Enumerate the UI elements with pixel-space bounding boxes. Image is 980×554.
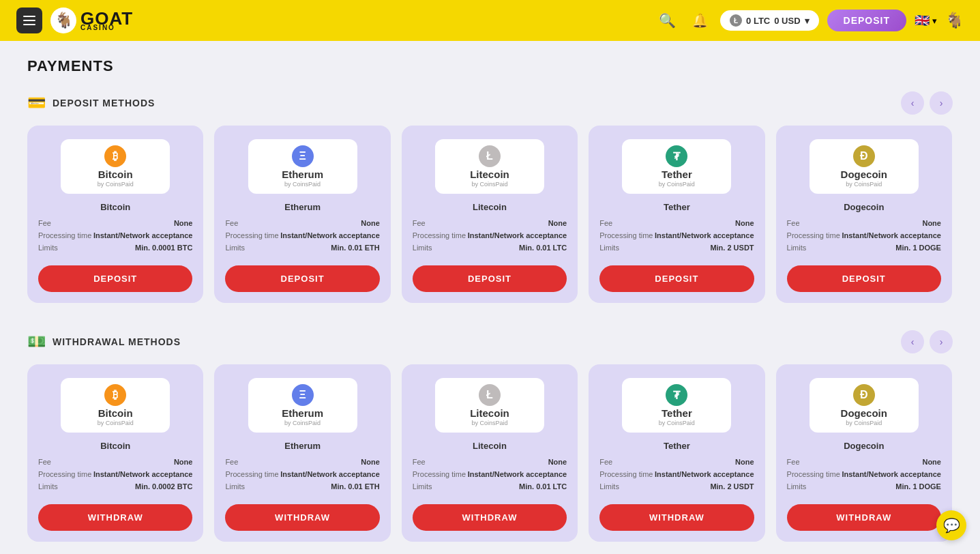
card-logo-wrap: Ξ Etherum by CoinsPaid: [248, 378, 357, 433]
processing-label: Processing time: [225, 470, 278, 478]
card-limits-row: Limits Min. 2 USDT: [599, 482, 754, 491]
card-logo-wrap: ₿ Bitcoin by CoinsPaid: [61, 378, 170, 433]
processing-label: Processing time: [38, 470, 91, 478]
support-button[interactable]: 💬: [936, 510, 966, 540]
withdrawal-section-header: 💵 WITHDRAWAL METHODS ‹ ›: [27, 330, 953, 353]
card-action-button[interactable]: WITHDRAW: [225, 504, 379, 531]
card-name: Etherum: [225, 441, 379, 451]
card-action-button[interactable]: WITHDRAW: [38, 504, 192, 531]
card-processing-row: Processing time Instant/Network acceptan…: [787, 470, 941, 478]
card-action-button[interactable]: DEPOSIT: [787, 265, 941, 292]
deposit-section: 💳 DEPOSIT METHODS ‹ › ₿ Bitcoin by Coins…: [27, 91, 953, 303]
limits-value: Min. 1 DOGE: [895, 482, 941, 491]
chevron-down-icon: ▾: [805, 16, 810, 26]
balance-button[interactable]: Ł 0 LTC 0 USD ▾: [720, 10, 818, 31]
card-action-button[interactable]: WITHDRAW: [787, 504, 941, 531]
deposit-prev-button[interactable]: ‹: [901, 91, 924, 115]
card-limits-row: Limits Min. 1 DOGE: [787, 244, 941, 252]
processing-value: Instant/Network acceptance: [842, 231, 941, 239]
deposit-next-button[interactable]: ›: [930, 91, 953, 115]
card-logo-inner: Ł Litecoin by CoinsPaid: [470, 145, 509, 188]
coinspaid-label: by CoinsPaid: [659, 420, 695, 426]
fee-label: Fee: [225, 219, 238, 227]
limits-label: Limits: [38, 244, 58, 252]
limits-label: Limits: [787, 482, 807, 491]
processing-value: Instant/Network acceptance: [468, 470, 567, 478]
withdrawal-next-button[interactable]: ›: [930, 330, 953, 353]
payment-card-litecoin-deposit: Ł Litecoin by CoinsPaid Litecoin Fee Non…: [402, 126, 578, 303]
limits-label: Limits: [225, 482, 245, 491]
fee-value: None: [174, 458, 193, 466]
card-limits-row: Limits Min. 0.01 LTC: [413, 244, 567, 252]
page-title: PAYMENTS: [27, 57, 953, 75]
coinspaid-label: by CoinsPaid: [284, 420, 321, 426]
coin-name-logo: Etherum: [282, 407, 323, 419]
card-fee-row: Fee None: [225, 458, 379, 466]
flag-icon: 🇬🇧: [915, 13, 930, 28]
card-action-button[interactable]: WITHDRAW: [413, 504, 567, 531]
coinspaid-label: by CoinsPaid: [846, 181, 882, 188]
limits-value: Min. 0.0002 BTC: [135, 482, 192, 491]
processing-label: Processing time: [413, 470, 466, 478]
avatar-button[interactable]: 🐐: [945, 12, 964, 29]
card-fee-row: Fee None: [413, 219, 567, 227]
language-button[interactable]: 🇬🇧 ▾: [915, 13, 937, 28]
card-logo-inner: Ł Litecoin by CoinsPaid: [470, 384, 509, 426]
header-deposit-button[interactable]: DEPOSIT: [827, 10, 906, 31]
coin-icon: ₿: [104, 145, 126, 167]
card-action-button[interactable]: DEPOSIT: [599, 265, 754, 292]
card-logo-inner: Ð Dogecoin by CoinsPaid: [841, 384, 887, 426]
withdrawal-section-icon: 💵: [27, 333, 46, 351]
avatar-icon: 🐐: [945, 12, 964, 29]
card-logo-wrap: ₮ Tether by CoinsPaid: [622, 378, 731, 433]
card-fee-row: Fee None: [787, 458, 941, 466]
coin-icon: Ð: [853, 384, 875, 406]
card-action-button[interactable]: DEPOSIT: [225, 265, 379, 292]
coin-icon: Ξ: [292, 384, 314, 406]
card-fee-row: Fee None: [787, 219, 941, 227]
processing-label: Processing time: [787, 231, 840, 239]
limits-label: Limits: [599, 482, 619, 491]
payment-card-ethereum-withdraw: Ξ Etherum by CoinsPaid Etherum Fee None …: [214, 364, 390, 542]
notifications-button[interactable]: 🔔: [687, 8, 712, 33]
processing-label: Processing time: [413, 231, 466, 239]
card-action-button[interactable]: WITHDRAW: [599, 504, 754, 531]
card-limits-row: Limits Min. 0.01 ETH: [225, 482, 379, 491]
deposit-section-title: DEPOSIT METHODS: [53, 98, 155, 108]
coin-name-logo: Tether: [662, 407, 692, 419]
coin-name-logo: Etherum: [282, 169, 323, 180]
processing-value: Instant/Network acceptance: [655, 470, 754, 478]
coin-name-logo: Tether: [662, 169, 692, 180]
card-limits-row: Limits Min. 0.0001 BTC: [38, 244, 192, 252]
coinspaid-label: by CoinsPaid: [471, 420, 507, 426]
card-action-button[interactable]: DEPOSIT: [38, 265, 192, 292]
processing-label: Processing time: [225, 231, 278, 239]
coin-name-logo: Bitcoin: [98, 407, 133, 419]
processing-value: Instant/Network acceptance: [468, 231, 567, 239]
card-name: Dogecoin: [787, 441, 941, 451]
card-action-button[interactable]: DEPOSIT: [413, 265, 567, 292]
coinspaid-label: by CoinsPaid: [471, 181, 507, 188]
processing-label: Processing time: [787, 470, 840, 478]
coin-icon: ₮: [666, 145, 687, 167]
fee-value: None: [735, 458, 754, 466]
card-limits-row: Limits Min. 1 DOGE: [787, 482, 941, 491]
card-logo-wrap: ₮ Tether by CoinsPaid: [622, 139, 731, 194]
menu-button[interactable]: [16, 8, 42, 33]
withdrawal-prev-button[interactable]: ‹: [901, 330, 924, 353]
fee-value: None: [735, 219, 754, 227]
search-button[interactable]: 🔍: [655, 8, 679, 33]
header-left: 🐐 GOAT CASINO: [16, 8, 133, 33]
deposit-cards-row: ₿ Bitcoin by CoinsPaid Bitcoin Fee None …: [27, 126, 953, 303]
limits-label: Limits: [225, 244, 245, 252]
card-name: Litecoin: [413, 202, 567, 212]
payment-card-litecoin-withdraw: Ł Litecoin by CoinsPaid Litecoin Fee Non…: [402, 364, 578, 542]
card-logo-wrap: Ł Litecoin by CoinsPaid: [435, 139, 544, 194]
fee-label: Fee: [38, 458, 51, 466]
processing-value: Instant/Network acceptance: [93, 470, 193, 478]
coin-name-logo: Litecoin: [470, 169, 509, 180]
logo[interactable]: 🐐 GOAT CASINO: [50, 8, 133, 33]
fee-label: Fee: [599, 219, 612, 227]
card-limits-row: Limits Min. 0.01 LTC: [413, 482, 567, 491]
limits-value: Min. 2 USDT: [710, 482, 754, 491]
